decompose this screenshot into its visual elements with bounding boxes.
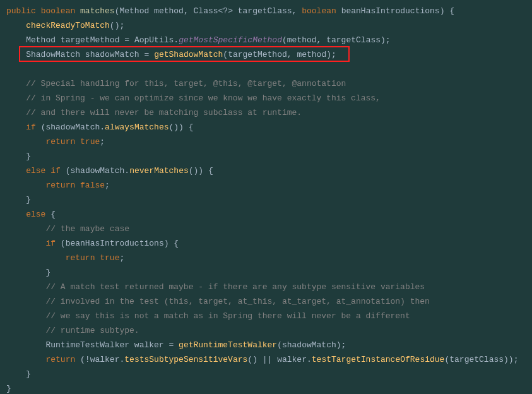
comment: // A match test returned maybe - if ther… (45, 282, 425, 292)
param-name: beanHasIntroductions (341, 6, 440, 16)
kw-return: return (45, 137, 75, 146)
param-type: boolean (302, 6, 336, 16)
method-call: testsSubtypeSensitiveVars (124, 355, 247, 364)
arg: targetClass (326, 35, 381, 45)
method-call: alwaysMatches (105, 122, 168, 132)
method-call: checkReadyToMatch (26, 21, 110, 30)
type: Method (26, 35, 56, 45)
kw-false: false (80, 181, 105, 190)
kw-else: else (26, 210, 45, 219)
method-call: testTargetInstanceOfResidue (312, 355, 445, 364)
param-name: method (154, 6, 184, 16)
param-type: Method (119, 6, 149, 16)
kw-if: if (26, 122, 36, 132)
kw-if: if (50, 166, 61, 176)
method-call: getShadowMatch (154, 50, 223, 59)
comment: // involved in the test (this, target, a… (45, 297, 430, 306)
var: walker (90, 355, 120, 364)
var: targetMethod (61, 35, 120, 45)
kw-return: return (66, 253, 95, 263)
method-call: getRuntimeTestWalker (179, 340, 277, 350)
type: RuntimeTestWalker (45, 340, 129, 350)
arg: targetMethod (228, 50, 287, 59)
static-method: getMostSpecificMethod (179, 35, 282, 45)
comment: // in Spring - we can optimize since we … (26, 93, 381, 103)
var: walker (277, 355, 307, 364)
kw-return: return (45, 181, 75, 190)
arg: method (297, 50, 326, 59)
arg: method (287, 35, 317, 45)
var: beanHasIntroductions (66, 239, 164, 248)
var: walker (134, 340, 164, 350)
method-call: neverMatches (129, 166, 189, 176)
comment: // we say this is not a match as in Spri… (45, 311, 410, 321)
var: shadowMatch (70, 166, 124, 176)
kw-boolean: boolean (41, 6, 76, 16)
var: shadowMatch (85, 50, 139, 59)
class-ref: AopUtils (134, 35, 174, 45)
kw-true: true (100, 253, 119, 263)
fn-name: matches (80, 6, 115, 16)
arg: targetClass (449, 355, 504, 364)
param-type: Class (194, 6, 218, 16)
comment: // Special handling for this, target, @t… (26, 79, 346, 88)
code-block: public boolean matches(Method method, Cl… (0, 0, 532, 394)
comment: // and there will never be matching subc… (26, 108, 302, 117)
kw-else: else (26, 166, 45, 176)
comment: // the maybe case (45, 224, 129, 234)
var: shadowMatch (45, 122, 100, 132)
type: ShadowMatch (26, 50, 80, 59)
comment: // runtime subtype. (45, 326, 139, 335)
kw-true: true (80, 137, 100, 146)
kw-return: return (45, 355, 75, 364)
generic: <?> (218, 6, 233, 16)
arg: shadowMatch (282, 340, 336, 350)
param-name: targetClass (238, 6, 292, 16)
kw-if: if (45, 239, 56, 248)
kw-public: public (6, 6, 36, 16)
